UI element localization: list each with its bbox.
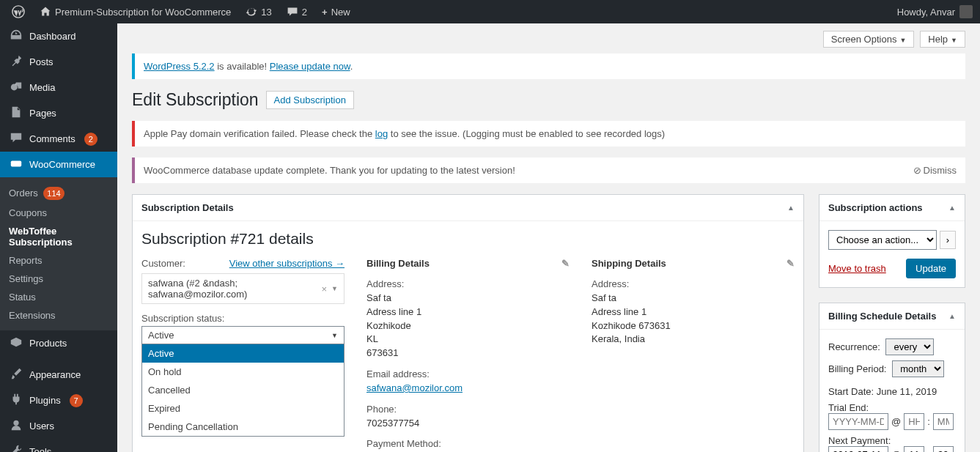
update-button[interactable]: Update xyxy=(906,259,956,278)
trial-end-mm-input[interactable] xyxy=(933,413,954,430)
clear-icon[interactable]: × xyxy=(321,284,327,294)
toggle-icon[interactable]: ▲ xyxy=(787,204,795,212)
sidebar-item-media[interactable]: Media xyxy=(0,75,117,100)
submenu-orders[interactable]: Orders 114 xyxy=(0,183,117,204)
wordpress-icon xyxy=(12,5,25,18)
status-label: Subscription status: xyxy=(141,313,345,324)
shipping-line: Saf ta xyxy=(592,292,795,305)
billing-email-link[interactable]: safwana@mozilor.com xyxy=(366,382,463,393)
status-opt-active[interactable]: Active xyxy=(142,344,344,363)
submenu-webtoffee-subscriptions[interactable]: WebToffee Subscriptions xyxy=(0,222,117,251)
submenu-status[interactable]: Status xyxy=(0,288,117,306)
comment-icon xyxy=(9,131,23,147)
sidebar-item-dashboard[interactable]: Dashboard xyxy=(0,23,117,49)
submenu-reports[interactable]: Reports xyxy=(0,251,117,270)
edit-shipping-icon[interactable]: ✎ xyxy=(786,258,795,269)
status-dropdown: Active▼ Active On hold Cancelled Expired… xyxy=(141,326,345,344)
view-other-subs-link[interactable]: View other subscriptions → xyxy=(229,258,345,271)
recurrence-label: Recurrence: xyxy=(828,341,880,352)
screen-options-tab[interactable]: Screen Options▼ xyxy=(823,31,915,48)
toggle-icon[interactable]: ▲ xyxy=(948,204,956,212)
submenu-extensions[interactable]: Extensions xyxy=(0,306,117,325)
log-link[interactable]: log xyxy=(375,128,388,139)
payment-label: Payment Method: xyxy=(366,437,570,451)
sidebar-item-users[interactable]: Users xyxy=(0,413,117,439)
products-icon xyxy=(9,336,23,351)
sidebar-item-posts[interactable]: Posts xyxy=(0,49,117,75)
billing-phone: 7025377754 xyxy=(366,417,570,431)
plus-icon: + xyxy=(322,7,328,18)
orders-badge: 114 xyxy=(43,187,64,200)
status-selected[interactable]: Active▼ xyxy=(141,326,345,344)
sidebar-item-appearance[interactable]: Appearance xyxy=(0,362,117,388)
caret-down-icon: ▼ xyxy=(899,37,906,44)
status-opt-expired[interactable]: Expired xyxy=(142,399,344,418)
page-title: Edit Subscription xyxy=(132,90,259,110)
refresh-icon xyxy=(246,6,257,18)
comments-count[interactable]: 2 xyxy=(282,6,312,18)
wp-update-notice: WordPress 5.2.2 is available! Please upd… xyxy=(132,53,965,79)
user-greeting[interactable]: Howdy, Anvar xyxy=(897,5,973,18)
billing-line: 673631 xyxy=(366,347,570,360)
new-content[interactable]: +New xyxy=(317,7,355,18)
add-subscription-button[interactable]: Add Subscription xyxy=(266,91,354,109)
comment-icon xyxy=(287,6,298,18)
pin-icon xyxy=(9,54,23,70)
main-content: Screen Options▼ Help▼ WordPress 5.2.2 is… xyxy=(117,23,980,452)
site-name[interactable]: Premium-Subscription for WooCommerce xyxy=(35,6,235,18)
billing-period-label: Billing Period: xyxy=(828,363,887,374)
help-tab[interactable]: Help▼ xyxy=(920,31,965,48)
box-title: Subscription actions xyxy=(828,202,923,213)
comments-badge: 2 xyxy=(84,133,97,146)
trial-end-hh-input[interactable] xyxy=(904,413,924,430)
status-opt-onhold[interactable]: On hold xyxy=(142,363,344,381)
edit-billing-icon[interactable]: ✎ xyxy=(561,258,570,269)
svg-point-3 xyxy=(13,420,18,426)
shipping-line: Kozhikode 673631 xyxy=(592,319,795,333)
admin-sidebar: Dashboard Posts Media Pages Comments2 Wo… xyxy=(0,23,117,452)
submenu-coupons[interactable]: Coupons xyxy=(0,204,117,222)
action-select[interactable]: Choose an action... xyxy=(828,230,937,250)
sidebar-item-plugins[interactable]: Plugins7 xyxy=(0,388,117,413)
next-payment-mm-input[interactable] xyxy=(933,446,954,452)
recurrence-select[interactable]: every xyxy=(885,338,934,355)
chevron-right-icon: › xyxy=(946,234,949,245)
box-title: Billing Schedule Details xyxy=(828,311,936,322)
dismiss-icon: ⊘ xyxy=(913,165,921,176)
shipping-addr-label: Address: xyxy=(592,278,795,292)
billing-line: Adress line 1 xyxy=(366,305,570,319)
start-date-label: Start Date: xyxy=(828,386,877,397)
customer-select[interactable]: safwana (#2 &ndash; safwana@mozilor.com)… xyxy=(141,273,345,304)
wp-logo[interactable] xyxy=(7,5,29,18)
caret-down-icon: ▼ xyxy=(331,285,338,292)
updates-count[interactable]: 13 xyxy=(241,6,276,18)
toggle-icon[interactable]: ▲ xyxy=(948,312,956,320)
move-to-trash-link[interactable]: Move to trash xyxy=(828,263,886,274)
next-payment-date-input[interactable] xyxy=(828,446,888,452)
box-title: Subscription Details xyxy=(141,202,234,213)
home-icon xyxy=(40,6,51,18)
woocommerce-submenu: Orders 114 Coupons WebToffee Subscriptio… xyxy=(0,177,117,330)
sidebar-item-tools[interactable]: Tools xyxy=(0,439,117,452)
brush-icon xyxy=(9,367,23,382)
billing-line: Kozhikode xyxy=(366,319,570,333)
start-date-value: June 11, 2019 xyxy=(877,386,937,397)
update-now-link[interactable]: Please update now xyxy=(270,61,350,72)
dismiss-button[interactable]: ⊘Dismiss xyxy=(913,165,957,176)
sidebar-item-products[interactable]: Products xyxy=(0,330,117,356)
status-opt-pending[interactable]: Pending Cancellation xyxy=(142,418,344,436)
submenu-settings[interactable]: Settings xyxy=(0,270,117,288)
svg-rect-2 xyxy=(11,160,21,166)
billing-schedule-box: Billing Schedule Details▲ Recurrence: ev… xyxy=(819,303,965,452)
sidebar-item-pages[interactable]: Pages xyxy=(0,100,117,126)
billing-period-select[interactable]: month xyxy=(892,360,944,377)
sidebar-item-woocommerce[interactable]: WooCommerce xyxy=(0,152,117,177)
customer-value: safwana (#2 &ndash; safwana@mozilor.com) xyxy=(148,278,321,300)
wp-version-link[interactable]: WordPress 5.2.2 xyxy=(144,61,215,72)
trial-end-date-input[interactable] xyxy=(828,413,888,430)
sidebar-item-comments[interactable]: Comments2 xyxy=(0,126,117,152)
admin-toolbar: Premium-Subscription for WooCommerce 13 … xyxy=(0,0,980,23)
status-opt-cancelled[interactable]: Cancelled xyxy=(142,381,344,399)
apply-action-button[interactable]: › xyxy=(940,231,956,249)
next-payment-hh-input[interactable] xyxy=(904,446,924,452)
